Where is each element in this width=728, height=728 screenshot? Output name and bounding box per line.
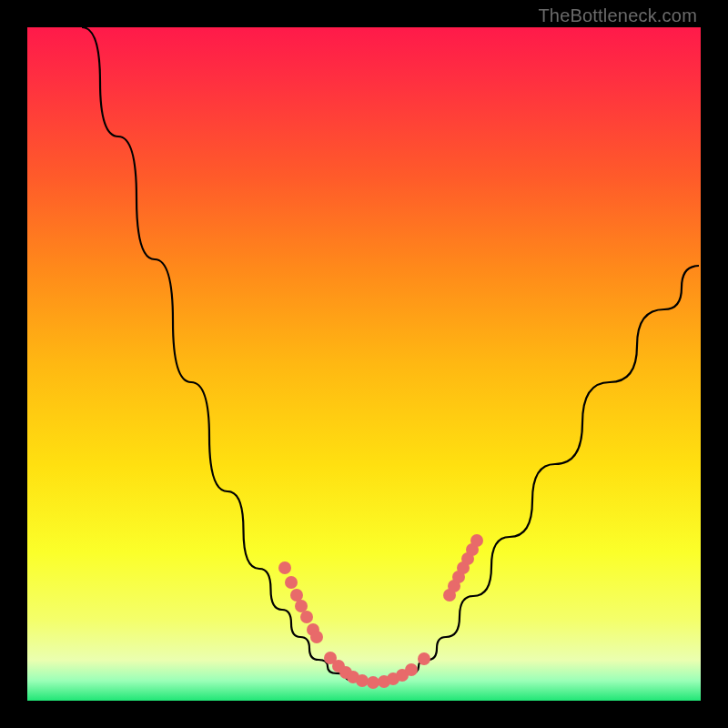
data-point (356, 674, 369, 687)
data-point (470, 534, 483, 547)
data-point (405, 663, 418, 676)
data-points (278, 534, 483, 689)
data-point (310, 631, 323, 643)
data-point (300, 611, 313, 623)
watermark-text: TheBottleneck.com (538, 5, 697, 26)
bottleneck-curve (82, 27, 699, 682)
data-point (418, 652, 430, 665)
outer-frame: TheBottleneck.com (0, 0, 728, 728)
data-point (278, 561, 291, 574)
plot-area (27, 27, 701, 701)
data-point (295, 600, 308, 612)
data-point (285, 576, 298, 589)
data-point (367, 676, 379, 689)
data-point (290, 589, 303, 602)
chart-svg (27, 27, 701, 701)
